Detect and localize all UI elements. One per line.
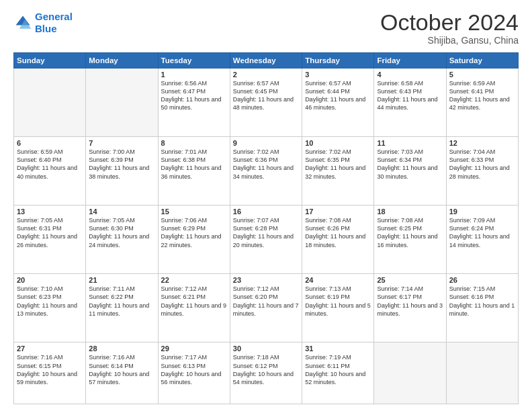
day-info: Sunrise: 6:59 AM Sunset: 6:40 PM Dayligh… — [17, 148, 83, 181]
calendar-cell: 7Sunrise: 7:00 AM Sunset: 6:39 PM Daylig… — [86, 137, 158, 205]
day-number: 15 — [161, 208, 227, 216]
calendar-cell: 21Sunrise: 7:11 AM Sunset: 6:22 PM Dayli… — [86, 274, 158, 342]
calendar-cell: 19Sunrise: 7:09 AM Sunset: 6:24 PM Dayli… — [446, 205, 518, 274]
day-info: Sunrise: 7:17 AM Sunset: 6:13 PM Dayligh… — [161, 353, 227, 386]
calendar-cell: 14Sunrise: 7:05 AM Sunset: 6:30 PM Dayli… — [86, 205, 158, 274]
day-info: Sunrise: 7:08 AM Sunset: 6:25 PM Dayligh… — [377, 216, 443, 249]
day-number: 1 — [161, 71, 227, 79]
day-info: Sunrise: 7:18 AM Sunset: 6:12 PM Dayligh… — [233, 353, 299, 386]
day-number: 20 — [17, 276, 83, 284]
calendar-cell — [446, 342, 518, 404]
calendar-cell: 1Sunrise: 6:56 AM Sunset: 6:47 PM Daylig… — [158, 68, 230, 137]
calendar-cell — [374, 342, 446, 404]
day-info: Sunrise: 7:07 AM Sunset: 6:28 PM Dayligh… — [233, 216, 299, 249]
day-number: 6 — [17, 139, 83, 147]
day-info: Sunrise: 7:01 AM Sunset: 6:38 PM Dayligh… — [161, 148, 227, 181]
day-info: Sunrise: 7:19 AM Sunset: 6:11 PM Dayligh… — [305, 353, 371, 386]
day-info: Sunrise: 7:16 AM Sunset: 6:14 PM Dayligh… — [89, 353, 154, 386]
calendar-cell: 4Sunrise: 6:58 AM Sunset: 6:43 PM Daylig… — [374, 68, 446, 137]
day-info: Sunrise: 7:13 AM Sunset: 6:19 PM Dayligh… — [305, 285, 371, 318]
day-number: 13 — [17, 208, 83, 216]
day-info: Sunrise: 6:57 AM Sunset: 6:44 PM Dayligh… — [305, 79, 371, 112]
day-number: 31 — [305, 345, 371, 353]
day-number: 3 — [305, 71, 371, 79]
header-saturday: Saturday — [446, 53, 518, 68]
day-info: Sunrise: 7:15 AM Sunset: 6:16 PM Dayligh… — [449, 285, 515, 318]
day-info: Sunrise: 7:10 AM Sunset: 6:23 PM Dayligh… — [17, 285, 83, 318]
day-info: Sunrise: 7:09 AM Sunset: 6:24 PM Dayligh… — [449, 216, 515, 249]
day-number: 22 — [161, 276, 227, 284]
day-number: 19 — [449, 208, 515, 216]
day-info: Sunrise: 6:59 AM Sunset: 6:41 PM Dayligh… — [449, 79, 515, 112]
day-info: Sunrise: 7:03 AM Sunset: 6:34 PM Dayligh… — [377, 148, 443, 181]
day-number: 9 — [233, 139, 299, 147]
calendar-cell: 3Sunrise: 6:57 AM Sunset: 6:44 PM Daylig… — [302, 68, 374, 137]
day-number: 25 — [377, 276, 443, 284]
calendar-cell: 23Sunrise: 7:12 AM Sunset: 6:20 PM Dayli… — [230, 274, 302, 342]
day-number: 5 — [449, 71, 515, 79]
logo-icon — [13, 13, 32, 32]
day-info: Sunrise: 7:14 AM Sunset: 6:17 PM Dayligh… — [377, 285, 443, 318]
day-number: 16 — [233, 208, 299, 216]
calendar-cell: 8Sunrise: 7:01 AM Sunset: 6:38 PM Daylig… — [158, 137, 230, 205]
calendar-header-row: Sunday Monday Tuesday Wednesday Thursday… — [14, 53, 519, 68]
header-tuesday: Tuesday — [158, 53, 230, 68]
day-info: Sunrise: 7:12 AM Sunset: 6:20 PM Dayligh… — [233, 285, 299, 318]
calendar-cell: 29Sunrise: 7:17 AM Sunset: 6:13 PM Dayli… — [158, 342, 230, 404]
day-number: 2 — [233, 71, 299, 79]
day-number: 12 — [449, 139, 515, 147]
day-info: Sunrise: 7:00 AM Sunset: 6:39 PM Dayligh… — [89, 148, 154, 181]
calendar-cell: 27Sunrise: 7:16 AM Sunset: 6:15 PM Dayli… — [14, 342, 86, 404]
calendar-cell: 26Sunrise: 7:15 AM Sunset: 6:16 PM Dayli… — [446, 274, 518, 342]
day-info: Sunrise: 6:58 AM Sunset: 6:43 PM Dayligh… — [377, 79, 443, 112]
day-info: Sunrise: 7:05 AM Sunset: 6:31 PM Dayligh… — [17, 216, 83, 249]
day-number: 23 — [233, 276, 299, 284]
calendar-cell: 17Sunrise: 7:08 AM Sunset: 6:26 PM Dayli… — [302, 205, 374, 274]
calendar-cell: 13Sunrise: 7:05 AM Sunset: 6:31 PM Dayli… — [14, 205, 86, 274]
day-number: 17 — [305, 208, 371, 216]
day-number: 18 — [377, 208, 443, 216]
calendar-cell: 28Sunrise: 7:16 AM Sunset: 6:14 PM Dayli… — [86, 342, 158, 404]
calendar-cell — [14, 68, 86, 137]
month-title: October 2024 — [380, 11, 519, 34]
calendar-cell: 22Sunrise: 7:12 AM Sunset: 6:21 PM Dayli… — [158, 274, 230, 342]
day-number: 4 — [377, 71, 443, 79]
calendar-cell: 31Sunrise: 7:19 AM Sunset: 6:11 PM Dayli… — [302, 342, 374, 404]
calendar-cell: 6Sunrise: 6:59 AM Sunset: 6:40 PM Daylig… — [14, 137, 86, 205]
page: General Blue October 2024 Shijiba, Gansu… — [0, 0, 532, 411]
calendar-cell: 18Sunrise: 7:08 AM Sunset: 6:25 PM Dayli… — [374, 205, 446, 274]
calendar-cell: 24Sunrise: 7:13 AM Sunset: 6:19 PM Dayli… — [302, 274, 374, 342]
header-monday: Monday — [86, 53, 158, 68]
header: General Blue October 2024 Shijiba, Gansu… — [13, 11, 519, 46]
day-number: 14 — [89, 208, 154, 216]
header-sunday: Sunday — [14, 53, 86, 68]
day-number: 21 — [89, 276, 154, 284]
calendar-cell: 10Sunrise: 7:02 AM Sunset: 6:35 PM Dayli… — [302, 137, 374, 205]
calendar-cell — [86, 68, 158, 137]
calendar-table: Sunday Monday Tuesday Wednesday Thursday… — [13, 52, 519, 404]
day-info: Sunrise: 7:12 AM Sunset: 6:21 PM Dayligh… — [161, 285, 227, 318]
day-info: Sunrise: 7:08 AM Sunset: 6:26 PM Dayligh… — [305, 216, 371, 249]
header-thursday: Thursday — [302, 53, 374, 68]
day-info: Sunrise: 7:05 AM Sunset: 6:30 PM Dayligh… — [89, 216, 154, 249]
day-info: Sunrise: 7:02 AM Sunset: 6:35 PM Dayligh… — [305, 148, 371, 181]
day-info: Sunrise: 7:02 AM Sunset: 6:36 PM Dayligh… — [233, 148, 299, 181]
day-number: 30 — [233, 345, 299, 353]
day-info: Sunrise: 7:04 AM Sunset: 6:33 PM Dayligh… — [449, 148, 515, 181]
header-friday: Friday — [374, 53, 446, 68]
day-info: Sunrise: 7:06 AM Sunset: 6:29 PM Dayligh… — [161, 216, 227, 249]
calendar-cell: 16Sunrise: 7:07 AM Sunset: 6:28 PM Dayli… — [230, 205, 302, 274]
day-number: 8 — [161, 139, 227, 147]
day-info: Sunrise: 6:56 AM Sunset: 6:47 PM Dayligh… — [161, 79, 227, 112]
calendar-cell: 12Sunrise: 7:04 AM Sunset: 6:33 PM Dayli… — [446, 137, 518, 205]
day-number: 10 — [305, 139, 371, 147]
calendar-cell: 9Sunrise: 7:02 AM Sunset: 6:36 PM Daylig… — [230, 137, 302, 205]
day-number: 26 — [449, 276, 515, 284]
day-info: Sunrise: 7:16 AM Sunset: 6:15 PM Dayligh… — [17, 353, 83, 386]
calendar-cell: 11Sunrise: 7:03 AM Sunset: 6:34 PM Dayli… — [374, 137, 446, 205]
day-info: Sunrise: 6:57 AM Sunset: 6:45 PM Dayligh… — [233, 79, 299, 112]
calendar-cell: 15Sunrise: 7:06 AM Sunset: 6:29 PM Dayli… — [158, 205, 230, 274]
day-number: 28 — [89, 345, 154, 353]
day-number: 24 — [305, 276, 371, 284]
logo-text: General Blue — [35, 11, 73, 35]
